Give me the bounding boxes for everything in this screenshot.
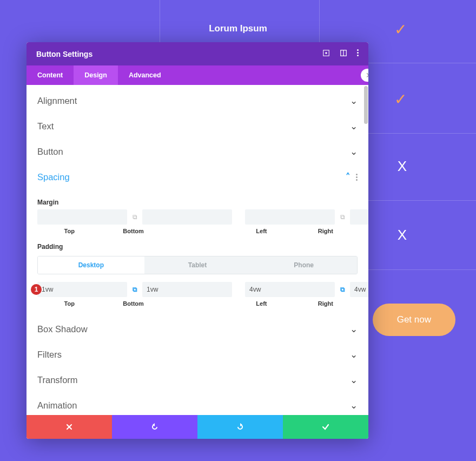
link-icon[interactable]: ⧉ <box>129 282 140 297</box>
margin-left-input[interactable] <box>245 209 335 225</box>
section-alignment[interactable]: Alignment ⌄ <box>27 88 368 114</box>
button-settings-panel: Button Settings Content Design Advanced … <box>27 42 368 439</box>
padding-top-input[interactable] <box>37 282 127 297</box>
section-text[interactable]: Text ⌄ <box>27 114 368 139</box>
section-label: Text <box>37 121 54 131</box>
scrollbar-thumb[interactable] <box>364 86 368 124</box>
svg-point-1 <box>325 52 327 54</box>
padding-label: Padding <box>37 243 358 251</box>
sublabel-right: Right <box>294 300 358 307</box>
save-button[interactable] <box>283 415 368 439</box>
section-button[interactable]: Button ⌄ <box>27 139 368 164</box>
chevron-down-icon: ⌄ <box>350 96 358 106</box>
step-badge: 1 <box>31 284 42 295</box>
section-label: Transform <box>37 375 78 385</box>
sublabel-bottom: Bottom <box>101 300 165 307</box>
margin-bottom-input[interactable] <box>142 209 232 225</box>
sublabel-left: Left <box>229 228 293 234</box>
link-icon[interactable]: ⧉ <box>337 282 348 297</box>
cancel-button[interactable] <box>27 415 112 439</box>
sublabel-top: Top <box>37 300 101 307</box>
margin-label: Margin <box>37 199 358 206</box>
kebab-icon[interactable] <box>357 49 359 58</box>
panel-body: Alignment ⌄ Text ⌄ Button ⌄ Spacing ˄ Ma… <box>27 85 368 415</box>
padding-right-input[interactable] <box>350 282 368 297</box>
margin-inputs: ⧉ ⧉ <box>37 209 358 225</box>
chevron-up-icon: ˄ <box>346 172 351 182</box>
section-box-shadow[interactable]: Box Shadow ⌄ <box>27 317 368 342</box>
x-icon: X <box>398 227 407 243</box>
padding-bottom-input[interactable] <box>142 282 232 297</box>
panel-title: Button Settings <box>36 50 92 58</box>
padding-inputs: 1 ⧉ ⧉ <box>37 282 358 297</box>
device-desktop[interactable]: Desktop <box>38 256 144 274</box>
chevron-down-icon: ⌄ <box>350 121 358 131</box>
section-label: Filters <box>37 350 62 360</box>
get-now-button[interactable]: Get now <box>373 304 455 336</box>
panel-header[interactable]: Button Settings <box>27 42 368 65</box>
section-animation[interactable]: Animation ⌄ <box>27 393 368 415</box>
section-label: Animation <box>37 400 77 411</box>
spacing-body: Margin ⧉ ⧉ Top Bottom Left Ri <box>27 192 368 317</box>
device-tablet[interactable]: Tablet <box>144 256 251 274</box>
expand-icon[interactable] <box>322 49 330 58</box>
tabs: Content Design Advanced ✕ <box>27 65 368 85</box>
chevron-down-icon: ⌄ <box>350 324 358 334</box>
kebab-icon[interactable] <box>356 174 358 181</box>
check-icon: ✓ <box>394 21 407 38</box>
tab-content[interactable]: Content <box>27 65 74 85</box>
chevron-down-icon: ⌄ <box>350 350 358 360</box>
close-icon[interactable]: ✕ <box>361 69 368 82</box>
link-icon[interactable]: ⧉ <box>337 209 348 225</box>
sublabel-right: Right <box>294 228 358 234</box>
section-transform[interactable]: Transform ⌄ <box>27 367 368 393</box>
section-label: Spacing <box>37 172 70 182</box>
section-label: Box Shadow <box>37 324 88 334</box>
margin-right-input[interactable] <box>350 209 368 225</box>
section-spacing[interactable]: Spacing ˄ <box>27 164 368 190</box>
x-icon: X <box>398 158 407 175</box>
redo-button[interactable] <box>197 415 283 439</box>
columns-icon[interactable] <box>340 49 347 58</box>
sublabel-left: Left <box>229 300 293 307</box>
link-icon[interactable]: ⧉ <box>129 209 140 225</box>
margin-top-input[interactable] <box>37 209 127 225</box>
check-icon: ✓ <box>394 90 407 108</box>
device-tabs: Desktop Tablet Phone <box>37 256 358 274</box>
section-label: Button <box>37 147 63 157</box>
section-filters[interactable]: Filters ⌄ <box>27 342 368 367</box>
chevron-down-icon: ⌄ <box>350 375 358 385</box>
chevron-down-icon: ⌄ <box>350 400 358 411</box>
sublabel-bottom: Bottom <box>101 228 165 234</box>
section-label: Alignment <box>37 96 77 106</box>
chevron-down-icon: ⌄ <box>350 147 358 157</box>
device-phone[interactable]: Phone <box>250 256 357 274</box>
tab-advanced[interactable]: Advanced <box>118 65 172 85</box>
panel-footer-buttons <box>27 415 368 439</box>
padding-left-input[interactable] <box>245 282 335 297</box>
sublabel-top: Top <box>37 228 101 234</box>
tab-design[interactable]: Design <box>74 65 118 85</box>
undo-button[interactable] <box>112 415 197 439</box>
